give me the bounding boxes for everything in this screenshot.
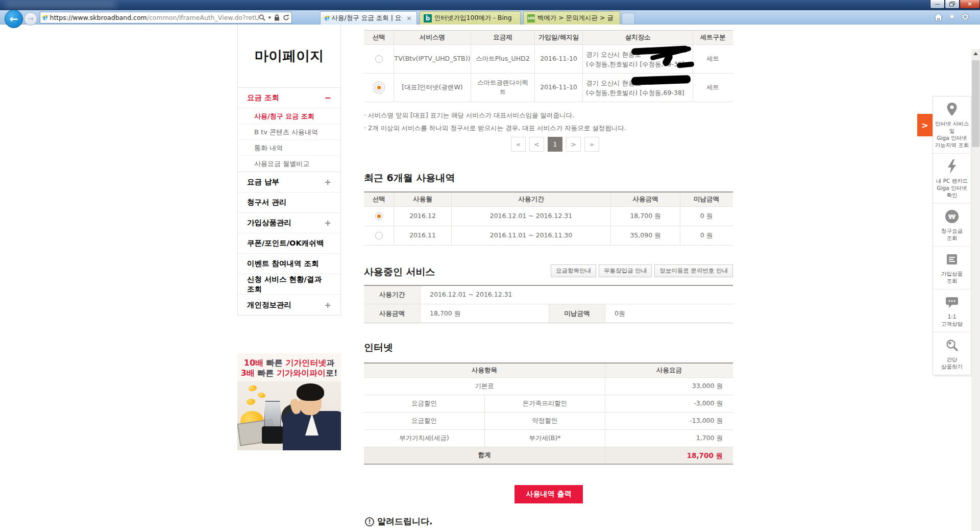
sidebar-subitem-btv-content[interactable]: B tv 콘텐츠 사용내역 [238,124,340,140]
refresh-icon[interactable] [283,14,289,21]
ie-favicon: e [42,14,47,21]
chat-icon [934,295,970,310]
url-domain: https://www.skbroadband.com [50,14,147,21]
expand-plus-icon[interactable]: + [325,177,331,187]
table-header-row: 사용항목 사용요금 [364,364,733,378]
table-row: 사용기간 2016.12.01 ~ 2016.12.31 [364,286,733,304]
pagination-first-button[interactable]: « [511,137,526,152]
section-title-internet: 인터넷 [364,341,393,354]
expand-plus-icon[interactable]: + [325,300,331,310]
scroll-up-icon[interactable] [971,49,980,58]
pagination-last-button[interactable]: » [584,137,599,152]
radio-service-internet[interactable] [375,84,383,91]
radio-month-november[interactable] [375,232,383,239]
tab-100mega-board[interactable]: 100 백메가 > 문의게시판 > 글쓰기 [523,11,620,25]
table-row: 사용금액 18,700 원 미납금액 0원 [364,304,733,323]
fee-row-contract-discount: 요금할인 약정할인 -13,000 원 [364,413,733,430]
window-restore-button[interactable] [945,0,960,9]
sidebar-item-label: 쿠폰/포인트/OK캐쉬백 [247,238,324,248]
window-titlebar: — × [0,0,980,10]
tab-bing-search[interactable]: b 인터넷가입100메가 - Bing [420,11,521,25]
page-content: 마이페이지 요금 조회 − 사용/청구 요금 조회 B tv 콘텐츠 사용내역 … [0,25,980,531]
exclamation-circle-icon: ! [365,517,374,526]
sidebar-item-label: 개인정보관리 [247,300,291,310]
browser-window: — × ← → e https://www.skbroadband.com/co… [0,0,980,531]
sidebar-item-event-history[interactable]: 이벤트 참여내역 조회 [238,254,340,274]
bing-favicon: b [424,14,432,22]
pagination-prev-button[interactable]: < [529,137,544,152]
table-header-row: 선택 서비스명 요금제 가입일/해지일 설치장소 세트구분 [364,31,733,45]
note-line: · 2개 이상의 서비스를 하나의 청구서로 받으시는 경우, 대표 서비스가 … [364,124,733,133]
pagination-next-button[interactable]: > [566,137,581,152]
radio-month-december[interactable] [375,212,383,220]
tab-close-icon[interactable]: × [405,14,413,22]
sidebar-group-label: 요금 조회 [247,93,279,103]
quickmenu-product-inquiry[interactable]: 가입상품조회 [933,247,971,289]
collapse-minus-icon[interactable]: − [325,93,331,103]
info-fee-contact-button[interactable]: 정보이용료 문의번호 안내 [654,264,733,277]
sidebar-item-personal-info[interactable]: 개인정보관리 + [238,295,340,315]
fee-row-basic: 기본료 33,000 원 [364,378,733,395]
tab-title: 사용/청구 요금 조회 | 요금... [332,14,403,22]
sidebar-subitem-call-history[interactable]: 통화 내역 [238,140,340,156]
sidebar-item-service-status[interactable]: 신청 서비스 현황/결과 조회 [238,274,340,295]
notice-heading: ! 알려드립니다. [365,516,432,527]
radio-service-tv[interactable] [375,55,383,63]
bank-transfer-info-button[interactable]: 무통장입금 안내 [599,264,652,277]
sidebar-item-label: 신청 서비스 현황/결과 조회 [247,275,331,294]
tab-usage-bill-inquiry[interactable]: e 사용/청구 요금 조회 | 요금... × [320,11,417,25]
titlebar-blur [4,1,116,8]
browser-scrollbar[interactable] [971,49,980,531]
mypage-sidebar: 마이페이지 요금 조회 − 사용/청구 요금 조회 B tv 콘텐츠 사용내역 … [237,25,341,316]
sidebar-item-subscription-management[interactable]: 가입상품관리 + [238,213,340,233]
section-title-current-service: 사용중인 서비스 [364,266,435,279]
search-product-icon [934,337,970,353]
sidebar-item-coupon-point[interactable]: 쿠폰/포인트/OK캐쉬백 [238,233,340,254]
search-icon[interactable] [259,14,265,21]
sidebar-subitem-monthly-compare[interactable]: 사용요금 월별비교 [238,156,340,172]
sidebar-item-bill-management[interactable]: 청구서 관리 [238,192,340,213]
url-text[interactable]: https://www.skbroadband.com/common/Ifram… [50,14,259,21]
window-minimize-button[interactable]: — [930,0,945,9]
settings-gear-icon[interactable] [961,12,970,21]
pagination-page-1[interactable]: 1 [548,137,562,152]
tab-title: 백메가 > 문의게시판 > 글쓰기 [537,14,613,22]
quickmenu-collapse-arrow[interactable]: > [917,114,933,136]
favorites-star-icon[interactable]: ★ [948,13,955,21]
sidebar-item-fee-payment[interactable]: 요금 납부 + [238,172,340,192]
new-tab-button[interactable] [622,13,635,24]
quickmenu-coverage-check[interactable]: 인터넷 서비스 및Giga 인터넷가능지역 조회 [933,96,971,154]
install-address-line2: (수청동,한호빌라) [수청동,69-38] [586,60,690,69]
back-button[interactable]: ← [5,10,23,28]
100mega-favicon: 100 [527,14,535,22]
expand-plus-icon[interactable]: + [325,218,331,228]
usage-row-november: 2016.11 2016.11.01 ~ 2016.11.30 35,090 원… [364,226,733,246]
sidebar-item-label: 이벤트 참여내역 조회 [247,259,319,269]
address-bar[interactable]: e https://www.skbroadband.com/common/Ifr… [40,12,292,23]
quickmenu-customer-chat[interactable]: 1:1고객상담 [933,289,971,332]
sidebar-item-label: 요금 납부 [247,177,279,187]
lightning-icon [934,159,970,174]
quickmenu-bill-inquiry[interactable]: ₩ 청구요금조회 [933,204,971,247]
autocomplete-dropdown-icon[interactable]: ▼ [268,16,271,20]
giga-internet-ad-banner[interactable]: 10배 빠른 기가인터넷과 3배 빠른 기가와이파이로! [237,353,341,450]
quick-menu: 인터넷 서비스 및Giga 인터넷가능지역 조회 내 PC 랜카드Giga 인터… [933,96,971,375]
window-close-button[interactable]: × [960,0,980,9]
quickmenu-lancard-check[interactable]: 내 PC 랜카드Giga 인터넷확인 [933,154,971,204]
print-usage-button[interactable]: 사용내역 출력 [514,485,583,503]
pagination: « < 1 > » [511,137,599,152]
location-pin-icon [934,102,970,117]
internet-fee-table: 사용항목 사용요금 기본료 33,000 원 요금할인 온가족프리할인 -3,0… [364,363,733,465]
table-notes: · 서비스명 앞의 [대표] 표기는 해당 서비스가 대표서비스임을 알려줍니다… [364,107,733,133]
ie-favicon: e [324,14,329,22]
scrollbar-thumb[interactable] [972,60,979,147]
sidebar-submenu: 사용/청구 요금 조회 B tv 콘텐츠 사용내역 통화 내역 사용요금 월별비… [238,108,340,172]
sidebar-subitem-usage-bill[interactable]: 사용/청구 요금 조회 [238,108,340,124]
sidebar-item-fee-inquiry[interactable]: 요금 조회 − [238,88,340,108]
forward-button[interactable]: → [24,12,37,26]
section-title-recent-usage: 최근 6개월 사용내역 [364,172,455,185]
home-icon[interactable] [934,13,943,21]
url-path: /common/IframeAuth_View.do?retUrl=https%… [147,14,259,21]
quickmenu-product-finder[interactable]: 간단상품찾기 [933,332,971,375]
fee-items-info-button[interactable]: 요금항목안내 [551,264,596,277]
